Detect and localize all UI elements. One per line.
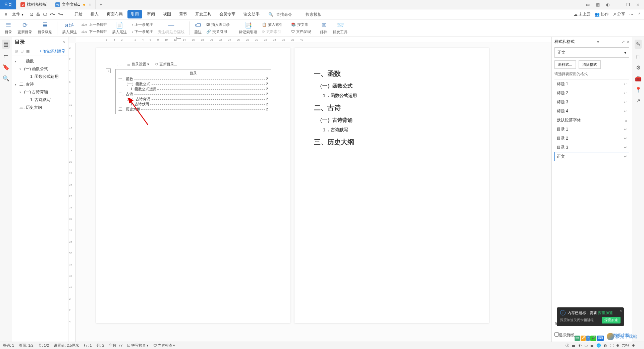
outline-item[interactable]: ▾一. 函数	[13, 57, 67, 65]
pencil-icon[interactable]: ✎	[635, 40, 642, 49]
search-lib-button[interactable]: 📚搜文库	[290, 21, 312, 28]
style-item[interactable]: 默认段落字体a	[554, 116, 629, 125]
tab-document[interactable]: W 文字文稿1 ×	[51, 0, 96, 9]
next-endnote-button[interactable]: ↓下一条尾注	[130, 29, 155, 35]
close-icon[interactable]: ×	[620, 309, 622, 313]
save-icon[interactable]: 🖫	[30, 12, 34, 17]
focus-mode-icon[interactable]: ◐	[604, 343, 607, 348]
page-number[interactable]: 页码: 1	[3, 343, 14, 348]
toc-entry[interactable]: （一）古诗背诵2	[118, 97, 268, 102]
toc-entry[interactable]: （一）函数公式2	[118, 82, 268, 87]
bookmark-icon[interactable]: 🔖	[3, 64, 9, 70]
command-search-input[interactable]	[276, 12, 303, 17]
position[interactable]: 设置值: 2.5厘米	[54, 343, 79, 348]
line[interactable]: 行: 1	[84, 343, 92, 348]
search-icon[interactable]: 🔍	[3, 75, 9, 82]
toc-entry[interactable]: 1. 古诗默写2	[118, 102, 268, 107]
insert-fig-toc-button[interactable]: 🖼插入表目录	[205, 21, 231, 28]
chevron-down-icon[interactable]: ▾	[19, 91, 23, 94]
tab-home[interactable]: 首页	[0, 0, 16, 9]
style-item[interactable]: 标题 1↵	[554, 80, 629, 89]
outline-item[interactable]: ▾二. 古诗	[13, 81, 67, 88]
toc-field[interactable]: 目录 一、函数2（一）函数公式21. 函数公式运用2二、古诗2（一）古诗背诵21…	[115, 69, 271, 114]
close-icon[interactable]: ×	[63, 40, 65, 45]
boost-button[interactable]: 深度加速	[602, 317, 621, 323]
tab-references[interactable]: 引用	[127, 10, 142, 18]
maximize-button[interactable]: ❐	[623, 1, 633, 8]
fit-icon[interactable]: ⛶	[610, 344, 613, 348]
outline-item[interactable]: ▾(一) 古诗背诵	[13, 88, 67, 96]
mail-button[interactable]: ✉邮件	[318, 20, 329, 36]
zoom-level[interactable]: 72%	[622, 344, 629, 348]
tab-review[interactable]: 审阅	[144, 10, 158, 18]
outline-nav-icon[interactable]: ▤	[2, 40, 10, 49]
preview-checkbox[interactable]: 显示预览	[554, 332, 575, 338]
page-2[interactable]: 一、函数（一）函数公式１．函数公式运用二、古诗（一）古诗背诵１．古诗默写三、历史…	[294, 48, 489, 323]
close-icon[interactable]: ×	[89, 2, 91, 7]
grip-icon[interactable]: ⋮⋮	[115, 62, 123, 66]
update-toc-button[interactable]: ⟳更新目录	[15, 20, 34, 36]
fullscreen-icon[interactable]: ⛶	[638, 344, 641, 348]
doc-nav-icon[interactable]: ▸	[106, 68, 111, 73]
file-menu[interactable]: 文件 ▾	[10, 11, 25, 18]
toc-entry[interactable]: 二、古诗2	[118, 92, 268, 97]
minimize-button[interactable]: —	[613, 1, 623, 8]
share-button[interactable]: ↗分享	[613, 11, 625, 17]
page-count[interactable]: 页面: 1/2	[19, 343, 33, 348]
fn-separator-button[interactable]: —脚注/尾注分隔线	[156, 20, 186, 36]
style-item[interactable]: 目录 1↵	[554, 125, 629, 134]
toc-entry[interactable]: 1. 函数公式运用2	[118, 87, 268, 92]
coop-button[interactable]: 👥协作	[595, 11, 609, 17]
smart-outline-button[interactable]: ✦智能识别目录	[39, 49, 65, 54]
toolbox-icon[interactable]: 🧰	[635, 76, 642, 82]
info-icon[interactable]: ⓘ	[566, 343, 569, 348]
vertical-ruler[interactable]: 2246810121416182022242628303234363840422…	[68, 43, 76, 342]
chevron-down-icon[interactable]: ▾	[15, 83, 18, 86]
zoom-in-icon[interactable]: ⊕	[632, 343, 635, 348]
document-canvas[interactable]: ▸ ⋮⋮ ☰目录设置▾ ⟳更新目录... 目录 一、函数2（一）函数公式21. …	[76, 43, 551, 342]
settings-icon[interactable]: ⚙	[636, 64, 641, 71]
skin-icon[interactable]: ◐	[603, 1, 612, 8]
indent-marker-icon[interactable]	[176, 37, 181, 39]
web-mode-icon[interactable]: 🌐	[596, 343, 601, 348]
search-icon[interactable]: 🔍	[268, 12, 273, 17]
apps-icon[interactable]: ▦	[593, 1, 602, 8]
next-footnote-button[interactable]: ab↓下一条脚注	[80, 29, 109, 35]
outline-item[interactable]: ▾(一) 函数公式	[13, 65, 67, 73]
toc-update-button[interactable]: ⟳更新目录...	[154, 61, 179, 67]
close-icon[interactable]: ×	[627, 40, 629, 44]
tab-vip[interactable]: 会员专享	[216, 10, 239, 18]
insert-endnote-button[interactable]: 📄插入尾注	[110, 20, 129, 36]
outline-item[interactable]: 1. 古诗默写	[13, 96, 67, 104]
folder-icon[interactable]: 🗀	[3, 53, 9, 59]
tab-thesis[interactable]: 论文助手	[240, 10, 263, 18]
preview-icon[interactable]: 🖵	[43, 12, 47, 17]
prev-endnote-button[interactable]: ↑上一条尾注	[130, 21, 155, 28]
nav-icon[interactable]: ▦	[26, 49, 30, 53]
spell-check[interactable]: ☑拼写检查 ▾	[127, 343, 149, 348]
expand-all-icon[interactable]: ⊞	[15, 49, 18, 53]
zoom-out-icon[interactable]: ⊖	[616, 343, 619, 348]
page-layout-icon[interactable]: ▭	[584, 343, 588, 348]
hamburger-icon[interactable]: ≡	[3, 11, 9, 17]
toc-level-button[interactable]: ≣目录级别	[36, 20, 54, 36]
tab-dev[interactable]: 开发工具	[192, 10, 215, 18]
current-style-select[interactable]: 正文 ▾	[554, 47, 629, 58]
close-button[interactable]: ✕	[633, 1, 643, 8]
select-icon[interactable]: ⬚	[636, 53, 641, 60]
style-item[interactable]: 标题 2↵	[554, 89, 629, 98]
view-mode-icon[interactable]: ☰	[572, 343, 575, 348]
tab-start[interactable]: 开始	[71, 10, 86, 18]
chevron-down-icon[interactable]: ▾	[597, 40, 599, 44]
update-index-button[interactable]: ⟳更新索引	[261, 29, 284, 35]
export-icon[interactable]: ↗	[636, 98, 640, 104]
style-item[interactable]: 正文↵	[554, 152, 629, 161]
style-item[interactable]: 标题 4↵	[554, 107, 629, 116]
outline-item[interactable]: 1. 函数公式运用	[13, 73, 67, 81]
collapse-ribbon-icon[interactable]: ＾	[637, 11, 641, 17]
outline-mode-icon[interactable]: ☰	[590, 343, 594, 348]
mark-index-button[interactable]: 📑标记索引项	[237, 20, 259, 36]
horizontal-ruler[interactable]: 642246810121416182022242628303234363840	[76, 37, 551, 43]
tab-template[interactable]: D 找稻壳模板	[16, 0, 51, 9]
word-count[interactable]: 字数: 77	[109, 343, 122, 348]
